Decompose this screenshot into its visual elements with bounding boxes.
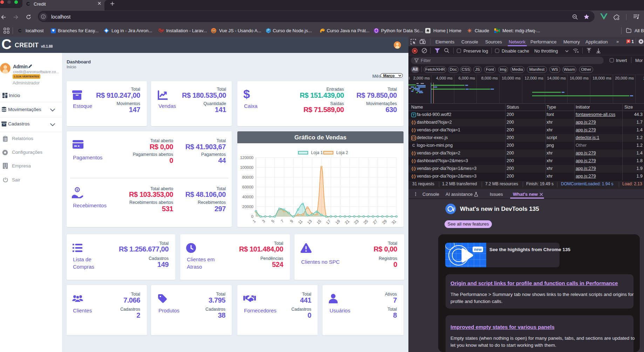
svg-text:15: 15 xyxy=(316,219,322,225)
svg-text:1: 1 xyxy=(252,219,256,223)
svg-text:5: 5 xyxy=(271,219,275,223)
svg-text:23: 23 xyxy=(353,219,360,225)
svg-text:40000: 40000 xyxy=(242,195,253,199)
svg-text:29: 29 xyxy=(381,219,388,225)
svg-text:100000: 100000 xyxy=(240,165,253,170)
svg-text:21: 21 xyxy=(344,219,350,225)
svg-text:27: 27 xyxy=(372,219,378,225)
svg-text:20000: 20000 xyxy=(242,205,253,209)
svg-text:60000: 60000 xyxy=(242,185,253,189)
svg-text:31: 31 xyxy=(391,219,397,225)
svg-text:19: 19 xyxy=(334,219,341,225)
svg-text:7: 7 xyxy=(280,219,285,223)
svg-text:0: 0 xyxy=(251,214,253,219)
svg-text:9: 9 xyxy=(289,219,294,223)
svg-text:11: 11 xyxy=(297,219,303,225)
svg-text:80000: 80000 xyxy=(242,175,253,179)
svg-text:3: 3 xyxy=(261,219,266,223)
svg-text:13: 13 xyxy=(306,219,313,225)
svg-text:25: 25 xyxy=(362,219,369,225)
svg-text:17: 17 xyxy=(325,219,332,225)
svg-text:120000: 120000 xyxy=(240,156,253,160)
svg-text:new: new xyxy=(474,247,482,251)
